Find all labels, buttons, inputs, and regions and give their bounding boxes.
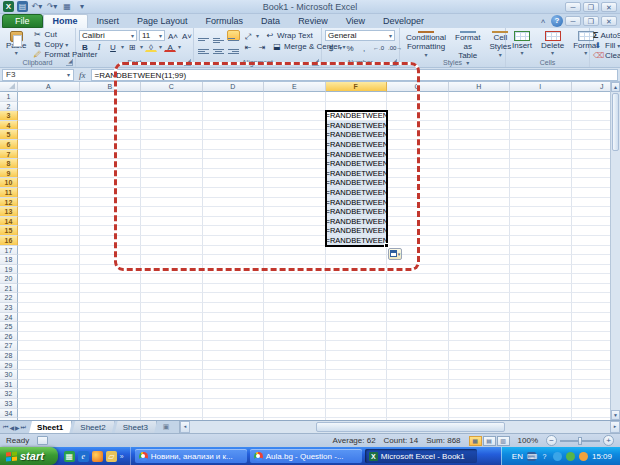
cell-J29[interactable] xyxy=(572,361,611,371)
cell-F24[interactable] xyxy=(326,313,388,323)
cell-I2[interactable] xyxy=(510,102,572,112)
workbook-minimize-button[interactable]: ─ xyxy=(565,16,581,26)
cell-H4[interactable] xyxy=(449,121,511,131)
cell-F25[interactable] xyxy=(326,322,388,332)
cell-H11[interactable] xyxy=(449,188,511,198)
cell-C34[interactable] xyxy=(141,409,203,419)
cell-B4[interactable] xyxy=(80,121,142,131)
cell-D18[interactable] xyxy=(203,255,265,265)
cell-D13[interactable] xyxy=(203,207,265,217)
column-header-H[interactable]: H xyxy=(449,82,511,92)
cell-F11[interactable]: =RANDBETWEEN(11;99) xyxy=(326,188,388,198)
cell-I4[interactable] xyxy=(510,121,572,131)
cell-J14[interactable] xyxy=(572,217,611,227)
cell-E10[interactable] xyxy=(264,178,326,188)
cell-D26[interactable] xyxy=(203,332,265,342)
zoom-out-icon[interactable]: − xyxy=(546,435,557,446)
conditional-formatting-button[interactable]: Conditional Formatting▾ xyxy=(403,30,449,58)
cell-F27[interactable] xyxy=(326,341,388,351)
cell-A10[interactable] xyxy=(18,178,80,188)
orientation-icon[interactable]: ⤢ xyxy=(242,30,254,41)
cell-I19[interactable] xyxy=(510,265,572,275)
cell-B14[interactable] xyxy=(80,217,142,227)
language-indicator[interactable]: EN xyxy=(512,452,523,461)
cell-C15[interactable] xyxy=(141,226,203,236)
cell-G30[interactable] xyxy=(387,370,449,380)
cell-G23[interactable] xyxy=(387,303,449,313)
fill-button[interactable]: ⬇Fill▾ xyxy=(593,41,620,50)
cell-D20[interactable] xyxy=(203,274,265,284)
cell-A3[interactable] xyxy=(18,111,80,121)
row-header-16[interactable]: 16 xyxy=(0,236,18,246)
cell-B13[interactable] xyxy=(80,207,142,217)
cell-D28[interactable] xyxy=(203,351,265,361)
cell-A12[interactable] xyxy=(18,198,80,208)
row-header-9[interactable]: 9 xyxy=(0,169,18,179)
cell-I5[interactable] xyxy=(510,130,572,140)
help-icon[interactable]: ? xyxy=(551,15,563,27)
cell-G10[interactable] xyxy=(387,178,449,188)
cell-A25[interactable] xyxy=(18,322,80,332)
increase-indent-icon[interactable]: ⇥ xyxy=(256,41,268,52)
cell-G22[interactable] xyxy=(387,293,449,303)
cell-J17[interactable] xyxy=(572,246,611,256)
font-size-combo[interactable]: 11▾ xyxy=(139,30,165,41)
cell-H1[interactable] xyxy=(449,92,511,102)
cell-J27[interactable] xyxy=(572,341,611,351)
cell-I7[interactable] xyxy=(510,150,572,160)
cell-B8[interactable] xyxy=(80,159,142,169)
update-icon[interactable] xyxy=(579,452,588,461)
cell-J23[interactable] xyxy=(572,303,611,313)
cell-D29[interactable] xyxy=(203,361,265,371)
cell-B19[interactable] xyxy=(80,265,142,275)
cell-E16[interactable] xyxy=(264,236,326,246)
first-sheet-icon[interactable]: ⏮ xyxy=(3,424,8,431)
align-left-icon[interactable] xyxy=(197,41,210,52)
cell-E21[interactable] xyxy=(264,284,326,294)
cell-H14[interactable] xyxy=(449,217,511,227)
cell-J19[interactable] xyxy=(572,265,611,275)
cell-A21[interactable] xyxy=(18,284,80,294)
increase-decimal-icon[interactable]: ←.0 xyxy=(372,42,385,53)
cell-C21[interactable] xyxy=(141,284,203,294)
cell-F22[interactable] xyxy=(326,293,388,303)
cell-I33[interactable] xyxy=(510,399,572,409)
cell-F35[interactable] xyxy=(326,418,388,420)
ribbon-tab-view[interactable]: View xyxy=(337,15,374,28)
cell-A13[interactable] xyxy=(18,207,80,217)
cell-E2[interactable] xyxy=(264,102,326,112)
cell-G9[interactable] xyxy=(387,169,449,179)
insert-cells-button[interactable]: Insert▾ xyxy=(509,30,535,58)
row-header-23[interactable]: 23 xyxy=(0,303,18,313)
cell-G15[interactable] xyxy=(387,226,449,236)
cell-B17[interactable] xyxy=(80,246,142,256)
column-header-C[interactable]: C xyxy=(141,82,203,92)
cell-H21[interactable] xyxy=(449,284,511,294)
cell-C8[interactable] xyxy=(141,159,203,169)
cell-D3[interactable] xyxy=(203,111,265,121)
cell-F20[interactable] xyxy=(326,274,388,284)
row-header-3[interactable]: 3 xyxy=(0,111,18,121)
row-header-20[interactable]: 20 xyxy=(0,274,18,284)
cell-F26[interactable] xyxy=(326,332,388,342)
cell-G33[interactable] xyxy=(387,399,449,409)
cell-H15[interactable] xyxy=(449,226,511,236)
cell-E24[interactable] xyxy=(264,313,326,323)
font-family-combo[interactable]: Calibri▾ xyxy=(79,30,137,41)
cell-F34[interactable] xyxy=(326,409,388,419)
cell-C18[interactable] xyxy=(141,255,203,265)
cell-A1[interactable] xyxy=(18,92,80,102)
antivirus-icon[interactable] xyxy=(566,452,575,461)
cell-G1[interactable] xyxy=(387,92,449,102)
cell-C4[interactable] xyxy=(141,121,203,131)
scroll-right-icon[interactable]: ▸ xyxy=(610,421,620,433)
cell-F9[interactable]: =RANDBETWEEN(11;99) xyxy=(326,169,388,179)
shrink-font-button[interactable]: A˅ xyxy=(181,30,193,41)
row-header-18[interactable]: 18 xyxy=(0,255,18,265)
cell-H9[interactable] xyxy=(449,169,511,179)
cell-E17[interactable] xyxy=(264,246,326,256)
cell-J26[interactable] xyxy=(572,332,611,342)
row-header-2[interactable]: 2 xyxy=(0,102,18,112)
cell-C11[interactable] xyxy=(141,188,203,198)
cell-G35[interactable] xyxy=(387,418,449,420)
